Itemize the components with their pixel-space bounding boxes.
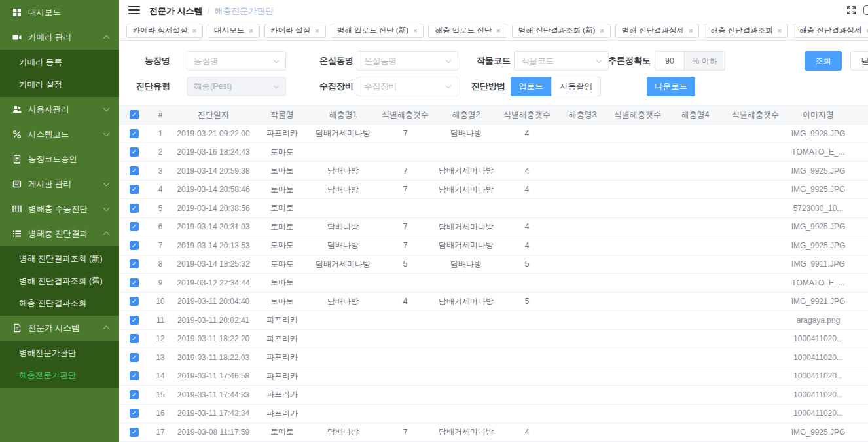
sidebar-item[interactable]: 농장코드승인 — [0, 147, 119, 172]
row-checkbox[interactable]: ✓ — [130, 259, 139, 268]
tab[interactable]: 카메라 설정× — [264, 24, 326, 38]
row-checkbox[interactable]: ✓ — [130, 409, 139, 418]
accuracy-input[interactable] — [655, 51, 685, 71]
row-checkbox-cell: ✓ — [119, 222, 149, 231]
column-header: 식별해충갯수 — [610, 109, 665, 120]
table-row[interactable]: ✓72019-03-14 20:13:53토마토담배나방7담배거세미나방4IMG… — [119, 236, 868, 255]
filter-panel: 농장명 농장명 온실동명 온실동명 작물코드 작물코드 추론정확도 % 이하 조… — [119, 41, 868, 103]
table-row[interactable]: ✓112019-03-11 20:02:41파프리카aragaya.png201… — [119, 311, 868, 330]
table-row[interactable]: ✓82019-03-14 18:25:32토마토담배거세미나방5담배나방5IMG… — [119, 255, 868, 274]
column-header: 해충명2 — [433, 109, 499, 120]
sidebar-item[interactable]: 사용자관리 — [0, 97, 119, 122]
table-row[interactable]: ✓122019-03-11 18:22:20파프리카1000411020...2… — [119, 330, 868, 349]
farm-select[interactable]: 농장명 — [187, 51, 286, 71]
method-auto-button[interactable]: 자동촬영 — [551, 77, 601, 96]
table-cell: 7 — [377, 129, 433, 138]
row-checkbox[interactable]: ✓ — [130, 129, 139, 138]
expert-system-icon — [12, 323, 22, 333]
download-button[interactable]: 다운로드 — [647, 77, 695, 96]
table-cell: 2018 — [851, 428, 868, 437]
tab-close-icon[interactable]: × — [600, 27, 604, 35]
table-row[interactable]: ✓172019-03-08 11:17:59토마토담배나방7담배거세미나방4IM… — [119, 423, 868, 442]
select-all-checkbox[interactable]: ✓ — [130, 110, 139, 119]
tab[interactable]: 병해 진단결과상세× — [615, 24, 700, 38]
tab-label: 병해 진단결과조회 (新) — [518, 26, 596, 35]
row-checkbox[interactable]: ✓ — [130, 316, 139, 325]
row-checkbox[interactable]: ✓ — [130, 166, 139, 175]
table-row[interactable]: ✓152019-03-11 17:44:33파프리카1000411020...2… — [119, 386, 868, 405]
table-row[interactable]: ✓52019-03-14 20:38:56토마토5723000_10...201… — [119, 199, 868, 218]
tab-close-icon[interactable]: × — [413, 27, 417, 35]
tab-close-icon[interactable]: × — [192, 27, 196, 35]
row-checkbox[interactable]: ✓ — [130, 204, 139, 213]
table-row[interactable]: ✓42019-03-14 20:58:46토마토담배나방7담배거세미나방4IMG… — [119, 181, 868, 200]
sidebar-item[interactable]: 게시판 관리 — [0, 172, 119, 196]
tab-close-icon[interactable]: × — [778, 27, 782, 35]
tab[interactable]: 카메라 상세설정× — [126, 24, 203, 38]
row-checkbox[interactable]: ✓ — [130, 371, 139, 380]
sidebar-subitem[interactable]: 병해 진단결과조회 (新) — [0, 248, 119, 270]
sidebar-subitem[interactable]: 병해전문가판단 — [0, 342, 119, 364]
tab[interactable]: 해충 진단결과조회× — [704, 24, 788, 38]
tab-close-icon[interactable]: × — [249, 27, 253, 35]
row-checkbox[interactable]: ✓ — [130, 147, 139, 157]
sidebar-subitem[interactable]: 카메라 등록 — [0, 51, 119, 73]
tab[interactable]: 해충 업로드 진단× — [428, 24, 507, 38]
sidebar-item[interactable]: 병해충 진단결과 — [0, 221, 119, 246]
table-cell: 담배나방 — [309, 240, 377, 251]
partial-icon[interactable] — [863, 5, 868, 15]
crop-code-select[interactable]: 작물코드 — [514, 51, 609, 71]
fullscreen-icon[interactable] — [846, 5, 856, 15]
row-checkbox[interactable]: ✓ — [130, 241, 139, 250]
sidebar-item[interactable]: 카메라 관리 — [0, 25, 119, 50]
row-checkbox[interactable]: ✓ — [130, 334, 139, 343]
method-upload-button[interactable]: 업로드 — [511, 77, 551, 96]
table-row[interactable]: ✓132019-03-11 18:22:03파프리카1000411020...2… — [119, 348, 868, 367]
table-cell: 2019-03-12 22:34:44 — [172, 278, 255, 287]
sidebar-item[interactable]: 병해충 수동진단 — [0, 196, 119, 221]
row-checkbox[interactable]: ✓ — [130, 297, 139, 306]
breadcrumb-root[interactable]: 전문가 시스템 — [149, 6, 203, 16]
table-row[interactable]: ✓162019-03-11 17:43:34파프리카1000411020...2… — [119, 405, 868, 424]
sidebar-item[interactable]: 시스템코드 — [0, 122, 119, 147]
greenhouse-select[interactable]: 온실동명 — [357, 51, 458, 71]
tab-close-icon[interactable]: × — [315, 27, 319, 35]
tab-close-icon[interactable]: × — [496, 27, 500, 35]
table-cell: 2019-03-11 18:22:03 — [172, 353, 255, 362]
sidebar-subitem[interactable]: 해충전문가판단 — [0, 364, 119, 386]
row-checkbox[interactable]: ✓ — [130, 185, 139, 194]
table-row[interactable]: ✓32019-03-14 20:59:38토마토담배나방7담배거세미나방4IMG… — [119, 162, 868, 181]
tab[interactable]: 해충 진단결과상세× — [793, 24, 868, 38]
row-checkbox-cell: ✓ — [119, 316, 149, 325]
table-row[interactable]: ✓62019-03-14 20:31:03토마토담배나방7담배거세미나방4IMG… — [119, 218, 868, 237]
row-checkbox[interactable]: ✓ — [130, 428, 139, 437]
tab[interactable]: 병해 업로드 진단 (新)× — [331, 24, 424, 38]
device-select[interactable]: 수집장비 — [357, 77, 458, 96]
sidebar-item[interactable]: 전문가 시스템 — [0, 316, 119, 341]
row-checkbox[interactable]: ✓ — [130, 278, 139, 287]
diagnosis-type-select[interactable]: 해충(Pest) — [187, 77, 286, 96]
table-cell: 7 — [149, 241, 172, 250]
tab[interactable]: 대시보드× — [208, 24, 259, 38]
sidebar-subitem[interactable]: 병해 진단결과조회 (舊) — [0, 270, 119, 292]
row-checkbox[interactable]: ✓ — [130, 222, 139, 231]
sidebar-item[interactable]: 대시보드 — [0, 0, 119, 25]
sidebar-submenu: 카메라 등록카메라 설정 — [0, 50, 119, 97]
close-button[interactable]: 닫기 — [850, 51, 868, 71]
table-row[interactable]: ✓22019-03-16 18:24:43토마토TOMATO_E_...2019 — [119, 143, 868, 162]
sidebar-subitem[interactable]: 해충 진단결과조회 — [0, 292, 119, 314]
sidebar-subitem[interactable]: 카메라 설정 — [0, 73, 119, 96]
menu-toggle-icon[interactable] — [128, 6, 140, 15]
row-checkbox[interactable]: ✓ — [130, 353, 139, 362]
table-row[interactable]: ✓12019-03-21 09:22:00파프리카담배거세미나방7담배나방4IM… — [119, 124, 868, 143]
tab-close-icon[interactable]: × — [689, 27, 693, 35]
tab[interactable]: 병해 진단결과조회 (新)× — [512, 24, 611, 38]
row-checkbox[interactable]: ✓ — [130, 390, 139, 399]
table-row[interactable]: ✓92019-03-12 22:34:44토마토TOMATO_E_...2019 — [119, 274, 868, 293]
search-button[interactable]: 조회 — [805, 51, 842, 71]
tab-label: 카메라 상세설정 — [133, 26, 188, 35]
table-row[interactable]: ✓102019-03-11 20:04:40토마토담배나방4담배거세미나방5IM… — [119, 293, 868, 312]
table-cell: 파프리카 — [255, 314, 309, 325]
table-cell: 토마토 — [255, 259, 309, 270]
table-row[interactable]: ✓142019-03-11 17:46:58파프리카1000411020...2… — [119, 367, 868, 386]
